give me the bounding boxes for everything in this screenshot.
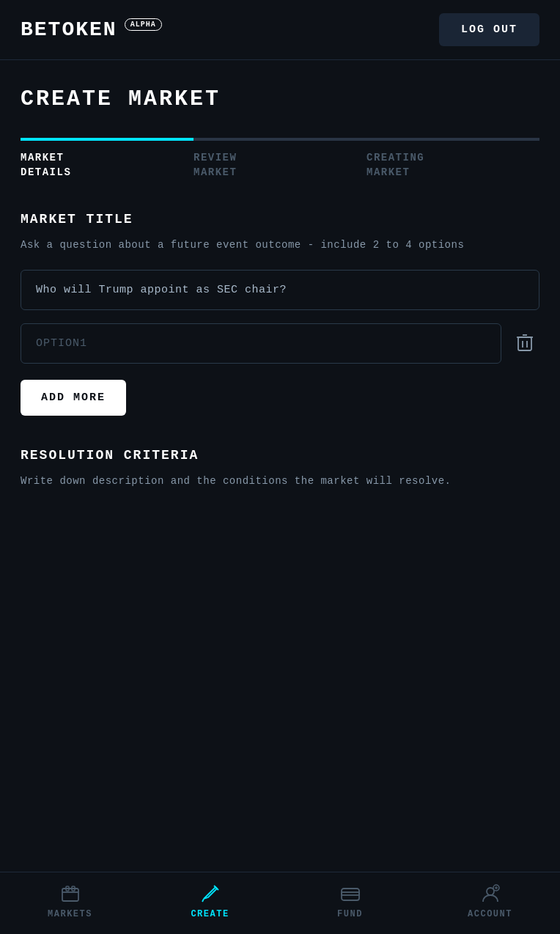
step-creating-market: CREATINGMARKET	[366, 138, 539, 180]
market-title-section: MARKET TITLE Ask a question about a futu…	[21, 212, 539, 415]
nav-item-markets[interactable]: MARKETS	[41, 883, 100, 919]
market-title-input[interactable]	[21, 270, 539, 310]
delete-option1-button[interactable]	[510, 327, 539, 359]
nav-item-create[interactable]: CREATE	[181, 883, 240, 919]
resolution-criteria-description: Write down description and the condition…	[21, 473, 539, 489]
nav-item-account[interactable]: ACCOUNT	[461, 883, 520, 919]
nav-label-markets: MARKETS	[48, 909, 92, 919]
step-review-market: REVIEWMARKET	[194, 138, 366, 180]
page-title: CREATE MARKET	[21, 87, 539, 111]
svg-rect-5	[62, 889, 78, 901]
resolution-criteria-label: RESOLUTION CRITERIA	[21, 448, 539, 463]
logo-container: BETOKEN ALPHA	[21, 18, 162, 41]
svg-rect-12	[342, 892, 359, 895]
app-header: BETOKEN ALPHA LOG OUT	[0, 0, 560, 60]
step-label-1: MARKETDETAILS	[21, 151, 194, 180]
market-title-label: MARKET TITLE	[21, 212, 539, 227]
step-bar-1	[21, 138, 194, 141]
trash-icon	[516, 333, 534, 353]
account-icon	[479, 883, 501, 905]
alpha-badge: ALPHA	[125, 18, 162, 31]
nav-label-fund: FUND	[337, 909, 363, 919]
create-icon	[199, 883, 221, 905]
main-content: CREATE MARKET MARKETDETAILS REVIEWMARKET…	[0, 60, 560, 622]
nav-item-fund[interactable]: FUND	[321, 883, 380, 919]
option1-input[interactable]	[21, 323, 501, 364]
step-label-2: REVIEWMARKET	[194, 151, 366, 180]
step-market-details: MARKETDETAILS	[21, 138, 194, 180]
bottom-nav: MARKETS CREATE FUND ACCOUNT	[0, 872, 560, 934]
market-title-description: Ask a question about a future event outc…	[21, 237, 539, 253]
option-row-1	[21, 323, 539, 364]
fund-icon	[339, 883, 361, 905]
svg-rect-11	[342, 889, 359, 900]
resolution-criteria-section: RESOLUTION CRITERIA Write down descripti…	[21, 448, 539, 489]
logo-text: BETOKEN	[21, 18, 117, 41]
step-label-3: CREATINGMARKET	[366, 151, 539, 180]
nav-label-create: CREATE	[191, 909, 229, 919]
step-bar-3	[366, 138, 539, 141]
markets-icon	[59, 883, 81, 905]
logout-button[interactable]: LOG OUT	[439, 13, 539, 46]
nav-label-account: ACCOUNT	[468, 909, 512, 919]
svg-rect-0	[518, 337, 531, 350]
steps-container: MARKETDETAILS REVIEWMARKET CREATINGMARKE…	[21, 138, 539, 180]
step-bar-2	[194, 138, 366, 141]
add-more-button[interactable]: ADD MORE	[21, 380, 126, 416]
svg-line-10	[202, 899, 204, 902]
